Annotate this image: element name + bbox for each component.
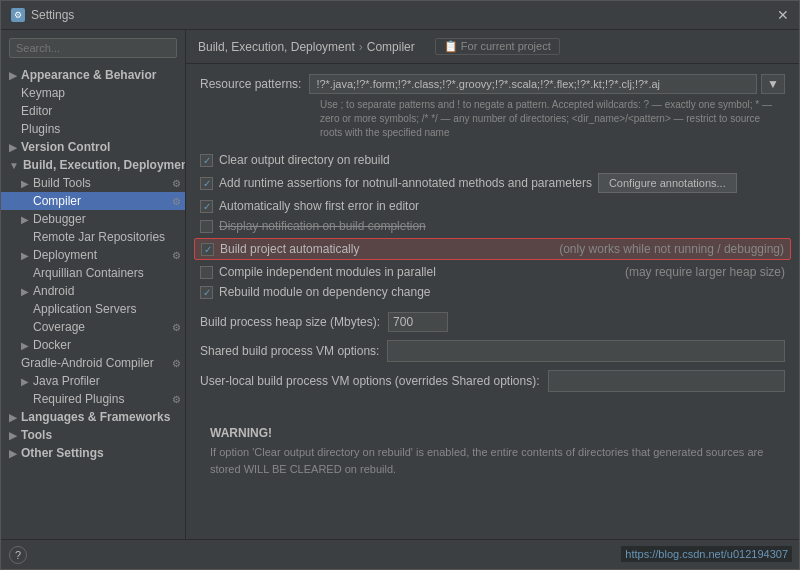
sidebar-item-gradle-android[interactable]: Gradle-Android Compiler ⚙	[1, 354, 185, 372]
build-auto-note: (only works while not running / debuggin…	[559, 242, 784, 256]
show-first-error-checkbox[interactable]	[200, 200, 213, 213]
sidebar-label: Debugger	[33, 212, 86, 226]
arrow-down-icon: ▼	[9, 160, 19, 171]
heap-size-input[interactable]	[388, 312, 448, 332]
build-auto-checkbox[interactable]	[201, 243, 214, 256]
resource-input-wrap: ▼	[309, 74, 785, 94]
arrow-icon: ▶	[21, 340, 29, 351]
sidebar-item-other-settings[interactable]: ▶ Other Settings	[1, 444, 185, 462]
arrow-icon: ▶	[21, 286, 29, 297]
sidebar-item-required-plugins[interactable]: Required Plugins ⚙	[1, 390, 185, 408]
settings-small-icon: ⚙	[172, 178, 181, 189]
rebuild-dependency-checkbox[interactable]	[200, 286, 213, 299]
sidebar-item-docker[interactable]: ▶ Docker	[1, 336, 185, 354]
resource-patterns-label: Resource patterns:	[200, 74, 301, 91]
sidebar-label: Languages & Frameworks	[21, 410, 170, 424]
compiler-settings-panel: Resource patterns: ▼ Use ; to separate p…	[186, 64, 799, 539]
sidebar-label: Build Tools	[33, 176, 91, 190]
content-area: ▶ Appearance & Behavior Keymap Editor Pl…	[1, 30, 799, 539]
sidebar-item-java-profiler[interactable]: ▶ Java Profiler	[1, 372, 185, 390]
sidebar-item-build-execution[interactable]: ▼ Build, Execution, Deployment	[1, 156, 185, 174]
resource-patterns-expand-btn[interactable]: ▼	[761, 74, 785, 94]
settings-window: ⚙ Settings ✕ ▶ Appearance & Behavior Key…	[0, 0, 800, 570]
sidebar-item-compiler[interactable]: ▶ Compiler ⚙	[1, 192, 185, 210]
sidebar-label: Keymap	[21, 86, 65, 100]
option-compile-parallel: Compile independent modules in parallel …	[200, 262, 785, 282]
sidebar-label: Tools	[21, 428, 52, 442]
configure-annotations-btn[interactable]: Configure annotations...	[598, 173, 737, 193]
build-auto-left: Build project automatically	[201, 242, 359, 256]
rebuild-dependency-label: Rebuild module on dependency change	[219, 285, 431, 299]
sidebar-item-keymap[interactable]: Keymap	[1, 84, 185, 102]
breadcrumb-separator: ›	[359, 40, 363, 54]
compile-parallel-note: (may require larger heap size)	[625, 265, 785, 279]
sidebar-item-build-tools[interactable]: ▶ Build Tools ⚙	[1, 174, 185, 192]
sidebar-label: Required Plugins	[33, 392, 124, 406]
arrow-icon: ▶	[9, 448, 17, 459]
warning-title: WARNING!	[210, 426, 775, 440]
shared-vm-input[interactable]	[387, 340, 785, 362]
user-vm-input[interactable]	[548, 370, 786, 392]
breadcrumb-current: Compiler	[367, 40, 415, 54]
breadcrumb: Build, Execution, Deployment › Compiler …	[186, 30, 799, 64]
sidebar-label: Compiler	[33, 194, 81, 208]
clear-output-checkbox[interactable]	[200, 154, 213, 167]
sidebar-label: Version Control	[21, 140, 110, 154]
resource-hint: Use ; to separate patterns and ! to nega…	[200, 98, 785, 140]
sidebar-item-android[interactable]: ▶ Android	[1, 282, 185, 300]
display-notification-label: Display notification on build completion	[219, 219, 426, 233]
sidebar-item-coverage[interactable]: Coverage ⚙	[1, 318, 185, 336]
sidebar-item-deployment[interactable]: ▶ Deployment ⚙	[1, 246, 185, 264]
sidebar-item-app-servers[interactable]: Application Servers	[1, 300, 185, 318]
sidebar-label: Coverage	[33, 320, 85, 334]
watermark: https://blog.csdn.net/u012194307	[621, 546, 792, 562]
arrow-icon: ▶	[9, 412, 17, 423]
arrow-icon: ▶	[9, 430, 17, 441]
resource-patterns-row: Resource patterns: ▼	[200, 74, 785, 94]
search-input[interactable]	[9, 38, 177, 58]
option-rebuild-dependency: Rebuild module on dependency change	[200, 282, 785, 302]
sidebar-label: Android	[33, 284, 74, 298]
arrow-icon: ▶	[21, 376, 29, 387]
sidebar-item-plugins[interactable]: Plugins	[1, 120, 185, 138]
settings-icon: ⚙	[11, 8, 25, 22]
close-button[interactable]: ✕	[777, 7, 789, 23]
sidebar-item-remote-jar[interactable]: ▶ Remote Jar Repositories	[1, 228, 185, 246]
sidebar-label: Remote Jar Repositories	[33, 230, 165, 244]
breadcrumb-badge: 📋 For current project	[435, 38, 560, 55]
compile-parallel-left: Compile independent modules in parallel	[200, 265, 436, 279]
sidebar: ▶ Appearance & Behavior Keymap Editor Pl…	[1, 30, 186, 539]
help-button[interactable]: ?	[9, 546, 27, 564]
sidebar-label: Appearance & Behavior	[21, 68, 156, 82]
warning-text: If option 'Clear output directory on reb…	[210, 444, 775, 477]
arrow-icon: ▶	[21, 214, 29, 225]
show-first-error-label: Automatically show first error in editor	[219, 199, 419, 213]
option-runtime-assertions: Add runtime assertions for notnull-annot…	[200, 170, 785, 196]
sidebar-item-arquillian[interactable]: ▶ Arquillian Containers	[1, 264, 185, 282]
option-display-notification: Display notification on build completion	[200, 216, 785, 236]
runtime-assertions-checkbox[interactable]	[200, 177, 213, 190]
sidebar-label: Other Settings	[21, 446, 104, 460]
arrow-icon: ▶	[21, 250, 29, 261]
compile-parallel-checkbox[interactable]	[200, 266, 213, 279]
sidebar-item-tools[interactable]: ▶ Tools	[1, 426, 185, 444]
sidebar-item-version-control[interactable]: ▶ Version Control	[1, 138, 185, 156]
titlebar: ⚙ Settings ✕	[1, 1, 799, 30]
sidebar-item-languages[interactable]: ▶ Languages & Frameworks	[1, 408, 185, 426]
sidebar-label: Java Profiler	[33, 374, 100, 388]
sidebar-item-appearance[interactable]: ▶ Appearance & Behavior	[1, 66, 185, 84]
settings-small-icon: ⚙	[172, 250, 181, 261]
resource-patterns-input[interactable]	[309, 74, 757, 94]
settings-small-icon: ⚙	[172, 394, 181, 405]
titlebar-left: ⚙ Settings	[11, 8, 74, 22]
user-vm-label: User-local build process VM options (ove…	[200, 374, 540, 388]
sidebar-item-debugger[interactable]: ▶ Debugger	[1, 210, 185, 228]
sidebar-label: Gradle-Android Compiler	[21, 356, 154, 370]
option-clear-output: Clear output directory on rebuild	[200, 150, 785, 170]
display-notification-checkbox[interactable]	[200, 220, 213, 233]
sidebar-item-editor[interactable]: Editor	[1, 102, 185, 120]
heap-size-row: Build process heap size (Mbytes):	[200, 308, 785, 336]
runtime-assertions-label: Add runtime assertions for notnull-annot…	[219, 176, 592, 190]
sidebar-label: Application Servers	[33, 302, 136, 316]
shared-vm-row: Shared build process VM options:	[200, 336, 785, 366]
